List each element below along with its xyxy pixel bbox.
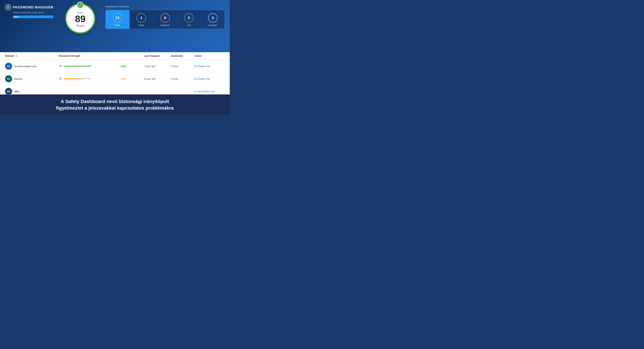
archived-circle: 3 — [208, 13, 218, 23]
overview-card-old[interactable]: 0 Old — [177, 10, 201, 29]
col-last-changed: Last Changed — [144, 55, 171, 57]
col-action: Action — [194, 55, 225, 57]
site-cell-anchor: An Anchor — [5, 75, 59, 82]
weak-label: Weak — [138, 24, 144, 27]
table-row: An Anchor — [0, 73, 230, 85]
score-strength: Strong — [76, 24, 84, 27]
score-check-icon: ✓ — [77, 2, 84, 9]
total-count: 23 — [116, 16, 120, 20]
site-name-xiaomi: account.xiaomi.com — [14, 65, 37, 68]
overview-title: Password Overview — [106, 5, 225, 8]
strength-cell-xiaomi — [59, 65, 120, 68]
col-website[interactable]: Website ∨ — [5, 55, 59, 57]
overview-card-total[interactable]: 23 Total — [106, 10, 130, 29]
eye-icon-xiaomi[interactable] — [59, 65, 62, 68]
col-empty — [120, 55, 144, 57]
col-duplicated: Duplicated — [171, 55, 194, 57]
total-circle: 23 — [113, 13, 122, 23]
strength-cell-anchor — [59, 77, 120, 81]
table-area: Website ∨ Password Strength Last Changed… — [0, 52, 230, 95]
header-banner: PASSWORD MANAGER Safety Dashboard | Lear… — [0, 0, 230, 52]
total-label: Total — [115, 24, 120, 27]
weak-count: 1 — [140, 16, 142, 20]
bottom-caption: A Safety Dashboard nevű biztonsági irány… — [0, 95, 230, 115]
duplicate-count: 8 — [164, 16, 166, 20]
old-label: Old — [187, 24, 190, 27]
sort-icon: ∨ — [16, 55, 17, 57]
change-link-anchor[interactable]: ⧉ Change now — [194, 78, 225, 80]
site-cell-xiaomi: Ac account.xiaomi.com — [5, 63, 59, 70]
percent-anchor: 71% — [120, 78, 144, 80]
overview-card-duplicate[interactable]: 8 Duplicate — [153, 10, 177, 29]
overview-cards: 23 Total 1 Weak 8 Duplicate — [106, 10, 225, 29]
caption-text: A Safety Dashboard nevű biztonsági irány… — [7, 98, 223, 111]
table-row: Ac account.xiaomi.com — [0, 60, 230, 73]
svg-point-1 — [8, 7, 9, 8]
change-link-bbc[interactable]: ⧉ Autochange now — [194, 90, 225, 93]
brand-name: PASSWORD MANAGER — [13, 6, 53, 9]
duplicated-anchor: 5 times — [171, 78, 194, 80]
brand-subtitle: Safety Dashboard | Learn more — [13, 11, 53, 14]
table-row: BB BBC ⧉ Autochange now — [0, 85, 230, 95]
password-overview: Password Overview 23 Total 1 Weak — [106, 3, 225, 29]
avatar-anchor: An — [5, 75, 12, 82]
last-changed-anchor: 6 days ago — [144, 78, 171, 80]
caption-line1: A Safety Dashboard nevű biztonsági irány… — [61, 99, 169, 104]
table-header: Website ∨ Password Strength Last Changed… — [0, 52, 230, 60]
change-icon-xiaomi: ⧉ — [194, 65, 196, 68]
eye-icon-anchor[interactable] — [59, 77, 62, 81]
duplicate-circle: 8 — [160, 13, 170, 23]
overview-card-archived[interactable]: 3 Archived — [201, 10, 224, 29]
score-value: 89 — [75, 14, 86, 24]
duplicated-xiaomi: 0 times — [171, 65, 194, 68]
autochange-icon-bbc: ⧉ — [194, 90, 196, 93]
change-icon-anchor: ⧉ — [194, 78, 196, 80]
percent-xiaomi: 100% — [120, 65, 144, 68]
last-changed-xiaomi: 3 days ago — [144, 65, 171, 68]
site-cell-bbc: BB BBC — [5, 88, 59, 95]
old-circle: 0 — [184, 13, 194, 23]
change-link-xiaomi[interactable]: ⧉ Change now — [194, 65, 225, 68]
old-count: 0 — [188, 16, 190, 20]
weak-circle: 1 — [136, 13, 146, 23]
overview-card-weak[interactable]: 1 Weak — [130, 10, 154, 29]
site-name-anchor: Anchor — [14, 78, 22, 80]
learn-more-link[interactable]: Learn more — [32, 11, 44, 14]
avatar-xiaomi: Ac — [5, 63, 12, 70]
beta-badge: BETA — [13, 16, 53, 18]
score-area: ✓ Score 89 Strong — [65, 3, 95, 34]
site-name-bbc: BBC — [14, 90, 20, 93]
score-circle: ✓ Score 89 Strong — [65, 3, 95, 34]
dots-anchor — [64, 78, 91, 80]
caption-line2: figyelmeztet a jelszavakkal kapcsolatos … — [56, 105, 174, 111]
archived-count: 3 — [212, 16, 214, 20]
col-password-strength: Password Strength — [59, 55, 120, 57]
dots-xiaomi — [64, 66, 91, 67]
brand-icon — [5, 4, 11, 10]
archived-label: Archived — [208, 24, 217, 27]
duplicate-label: Duplicate — [160, 24, 170, 27]
avatar-bbc: BB — [5, 88, 12, 95]
brand-area: PASSWORD MANAGER Safety Dashboard | Lear… — [5, 3, 53, 18]
